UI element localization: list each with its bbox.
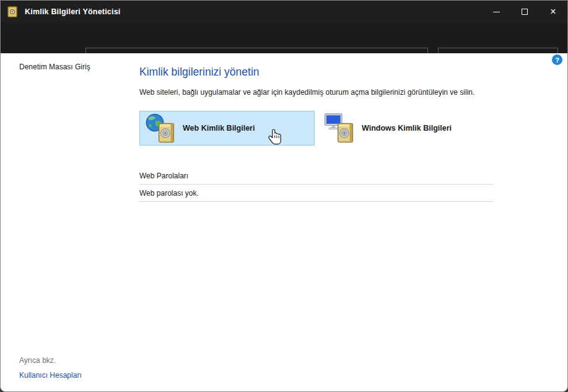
page-description: Web siteleri, bağlı uygulamalar ve ağlar… <box>139 88 496 97</box>
help-button[interactable]: ? <box>552 54 562 65</box>
web-passwords-section: Web Parolaları Web parolası yok. <box>139 172 493 202</box>
credential-manager-window: Kimlik Bilgileri Yöneticisi × ← → ↑ › De… <box>0 0 568 392</box>
windows-credentials-button[interactable]: Windows Kimlik Bilgileri <box>318 111 494 146</box>
separator-line <box>139 201 493 202</box>
title-bar: Kimlik Bilgileri Yöneticisi × <box>1 1 567 23</box>
monitor-safe-icon <box>325 113 354 143</box>
see-also-heading: Ayrıca bkz. <box>19 356 56 365</box>
sidebar-item-user-accounts[interactable]: Kullanıcı Hesapları <box>19 371 82 380</box>
sidebar-item-control-panel-home[interactable]: Denetim Masası Giriş <box>19 63 90 71</box>
page-title: Kimlik bilgilerinizi yönetin <box>139 66 496 79</box>
web-credentials-button[interactable]: Web Kimlik Bilgileri <box>139 111 315 146</box>
maximize-icon <box>522 9 528 15</box>
minimize-icon <box>493 12 500 12</box>
vault-icon <box>7 6 17 17</box>
credential-type-tiles: Web Kimlik Bilgileri Windows Kimlik Bilg… <box>139 111 496 146</box>
cursor-hand-icon <box>267 128 284 147</box>
close-button[interactable]: × <box>539 1 567 23</box>
web-passwords-header: Web Parolaları <box>139 172 493 184</box>
web-credentials-label: Web Kimlik Bilgileri <box>183 124 255 133</box>
globe-safe-icon <box>146 113 175 143</box>
content-area: Denetim Masası Giriş ? Kimlik bilgilerin… <box>1 53 567 391</box>
windows-credentials-label: Windows Kimlik Bilgileri <box>362 124 452 133</box>
maximize-button[interactable] <box>510 1 539 23</box>
minimize-button[interactable] <box>482 1 510 23</box>
navigation-bar: ← → ↑ › Denetim Masası › Kullanıcı Hesap… <box>1 23 567 53</box>
help-icon: ? <box>555 56 559 64</box>
window-title: Kimlik Bilgileri Yöneticisi <box>25 7 121 16</box>
web-passwords-empty-message: Web parolası yok. <box>139 185 493 201</box>
main-panel: Kimlik bilgilerinizi yönetin Web siteler… <box>139 66 496 202</box>
close-icon: × <box>550 7 556 17</box>
